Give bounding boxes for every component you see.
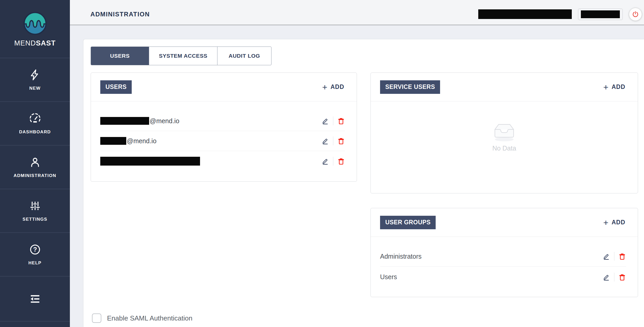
add-service-user-button[interactable]: + ADD bbox=[603, 83, 625, 91]
delete-group-button[interactable] bbox=[618, 252, 626, 260]
action-divider bbox=[333, 116, 333, 125]
sidebar-item-help[interactable]: ? HELP bbox=[0, 232, 70, 276]
person-icon bbox=[29, 156, 41, 168]
user-groups-badge: USER GROUPS bbox=[380, 216, 436, 229]
users-list: @mend.io bbox=[91, 101, 357, 171]
user-groups-card-header: USER GROUPS + ADD bbox=[371, 208, 638, 237]
power-icon bbox=[632, 10, 639, 18]
sidebar: MENDSAST NEW DASHBOARD ADMINISTRATION bbox=[0, 0, 70, 327]
users-card-header: USERS + ADD bbox=[91, 73, 357, 101]
edit-pencil-icon bbox=[321, 157, 329, 165]
sidebar-item-label: NEW bbox=[29, 86, 41, 91]
brand-logo: MENDSAST bbox=[0, 0, 70, 58]
group-row: Administrators bbox=[380, 246, 626, 267]
no-data-label: No Data bbox=[492, 145, 516, 152]
tab-content-panel: USERS SYSTEM ACCESS AUDIT LOG USERS + AD… bbox=[83, 39, 644, 327]
tab-system-access[interactable]: SYSTEM ACCESS bbox=[149, 47, 217, 65]
sidebar-item-dashboard[interactable]: DASHBOARD bbox=[0, 101, 70, 145]
sidebar-item-label: DASHBOARD bbox=[19, 129, 51, 135]
trash-icon bbox=[337, 137, 345, 145]
enable-saml-label: Enable SAML Authentication bbox=[107, 314, 192, 322]
gauge-icon bbox=[29, 112, 41, 125]
row-actions bbox=[602, 273, 626, 282]
user-row: @mend.io bbox=[100, 111, 345, 131]
add-service-user-label: ADD bbox=[612, 83, 625, 90]
service-users-badge: SERVICE USERS bbox=[380, 80, 440, 94]
delete-user-button[interactable] bbox=[337, 117, 345, 125]
edit-pencil-icon bbox=[321, 137, 329, 145]
delete-user-button[interactable] bbox=[337, 157, 345, 165]
row-actions bbox=[321, 157, 345, 166]
action-divider bbox=[614, 273, 614, 282]
add-user-group-button[interactable]: + ADD bbox=[603, 218, 625, 227]
empty-state: No Data bbox=[371, 101, 638, 152]
group-name: Administrators bbox=[380, 253, 422, 260]
row-actions bbox=[321, 116, 345, 125]
edit-user-button[interactable] bbox=[321, 117, 329, 125]
redacted-control[interactable] bbox=[578, 9, 623, 20]
service-users-card-header: SERVICE USERS + ADD bbox=[371, 73, 638, 101]
edit-user-button[interactable] bbox=[321, 157, 329, 165]
admin-tabs: USERS SYSTEM ACCESS AUDIT LOG bbox=[91, 47, 271, 65]
add-user-button[interactable]: + ADD bbox=[322, 83, 344, 91]
administration-page: MENDSAST NEW DASHBOARD ADMINISTRATION bbox=[0, 0, 644, 327]
group-name: Users bbox=[380, 273, 397, 281]
action-divider bbox=[614, 252, 614, 261]
users-card: USERS + ADD @mend.io bbox=[91, 73, 357, 182]
plus-icon: + bbox=[322, 83, 327, 91]
row-actions bbox=[602, 252, 626, 261]
collapse-sidebar-button[interactable] bbox=[0, 276, 70, 321]
edit-user-button[interactable] bbox=[321, 137, 329, 145]
edit-pencil-icon bbox=[602, 252, 610, 260]
lightning-icon bbox=[29, 69, 41, 81]
tab-audit-log[interactable]: AUDIT LOG bbox=[217, 47, 271, 65]
help-circle-icon: ? bbox=[29, 243, 41, 256]
edit-pencil-icon bbox=[602, 273, 610, 281]
brand-wordmark: MENDSAST bbox=[14, 39, 56, 47]
redacted-text-bar bbox=[478, 9, 572, 19]
enable-saml-checkbox[interactable] bbox=[92, 313, 101, 323]
row-actions bbox=[321, 136, 345, 145]
edit-pencil-icon bbox=[321, 117, 329, 125]
edit-group-button[interactable] bbox=[602, 273, 610, 281]
tab-users[interactable]: USERS bbox=[91, 47, 149, 65]
user-email-suffix: @mend.io bbox=[150, 117, 179, 125]
sidebar-item-administration[interactable]: ADMINISTRATION bbox=[0, 145, 70, 189]
sidebar-item-settings[interactable]: SETTINGS bbox=[0, 189, 70, 232]
sidebar-item-label: HELP bbox=[28, 260, 42, 266]
page-title: ADMINISTRATION bbox=[90, 11, 150, 18]
redacted-username-bar bbox=[100, 137, 126, 145]
user-email-suffix: @mend.io bbox=[127, 137, 156, 145]
sidebar-item-label: SETTINGS bbox=[23, 217, 47, 222]
user-groups-card: USER GROUPS + ADD Administrators bbox=[370, 208, 638, 297]
user-row: @mend.io bbox=[100, 131, 345, 151]
user-groups-list: Administrators bbox=[371, 237, 638, 287]
sidebar-item-new[interactable]: NEW bbox=[0, 58, 70, 101]
action-divider bbox=[333, 136, 333, 145]
saml-row: Enable SAML Authentication bbox=[92, 313, 192, 323]
users-badge: USERS bbox=[100, 80, 132, 94]
trash-icon bbox=[337, 157, 345, 165]
logout-button[interactable] bbox=[629, 8, 642, 21]
action-divider bbox=[333, 157, 333, 166]
trash-icon bbox=[337, 117, 345, 125]
sidebar-item-label: ADMINISTRATION bbox=[14, 173, 56, 178]
plus-icon: + bbox=[603, 218, 608, 227]
help-glyph: ? bbox=[33, 246, 37, 253]
user-row bbox=[100, 151, 345, 171]
empty-inbox-icon bbox=[489, 120, 520, 142]
brand-name-regular: MEND bbox=[14, 39, 36, 47]
delete-user-button[interactable] bbox=[337, 137, 345, 145]
group-row: Users bbox=[380, 267, 626, 287]
add-user-group-label: ADD bbox=[612, 219, 625, 226]
edit-group-button[interactable] bbox=[602, 252, 610, 260]
top-header: ADMINISTRATION bbox=[70, 0, 644, 25]
service-users-card: SERVICE USERS + ADD No Data bbox=[370, 73, 638, 193]
sliders-icon bbox=[29, 200, 41, 212]
trash-icon bbox=[618, 273, 626, 281]
plus-icon: + bbox=[603, 83, 608, 91]
brand-name-bold: SAST bbox=[36, 39, 56, 47]
trash-icon bbox=[618, 252, 626, 260]
delete-group-button[interactable] bbox=[618, 273, 626, 281]
redacted-username-bar bbox=[100, 117, 149, 125]
